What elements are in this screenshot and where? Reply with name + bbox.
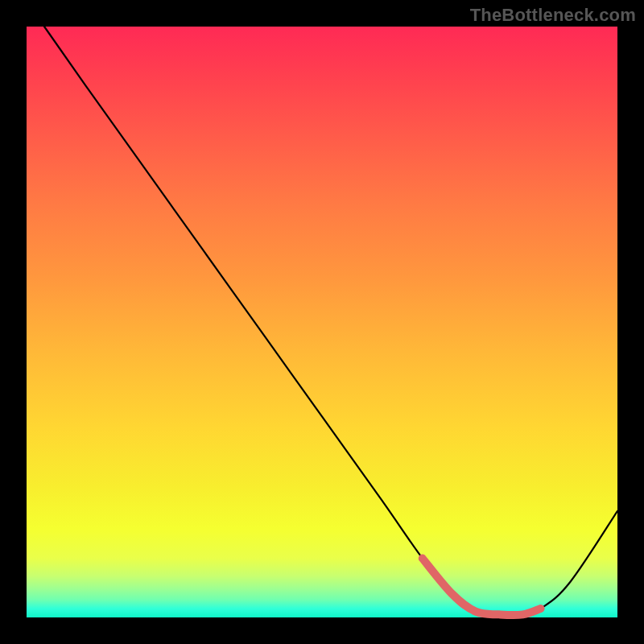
bottleneck-region (423, 559, 541, 615)
chart-frame: TheBottleneck.com (0, 0, 644, 644)
watermark-text: TheBottleneck.com (470, 5, 636, 26)
chart-plot-area (27, 27, 617, 617)
main-curve (44, 27, 617, 615)
chart-svg (27, 27, 617, 617)
